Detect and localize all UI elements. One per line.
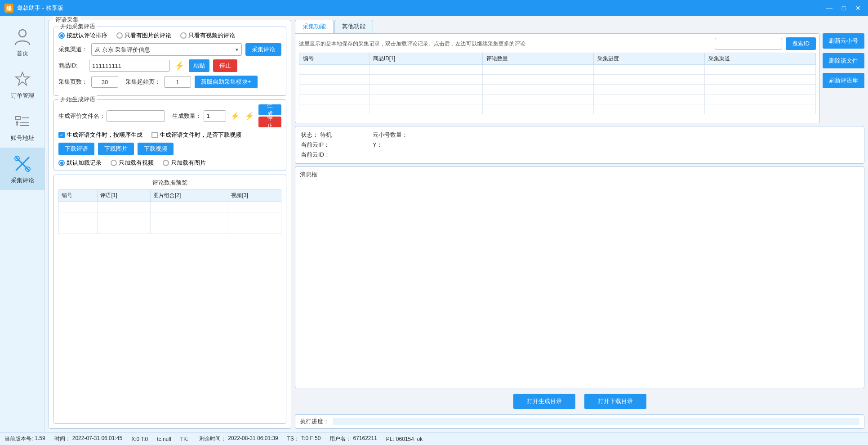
radio-image-circle <box>116 32 123 39</box>
preview-section: 评论数据预览 编号 评语[1] 图片组合[2] 视频[3] <box>53 175 286 424</box>
radio-video-sort[interactable]: 只看有视频的评论 <box>180 31 235 40</box>
start-page-label: 采集起始页： <box>125 78 160 86</box>
open-download-btn[interactable]: 打开下载目录 <box>584 394 646 409</box>
stop-collect-btn[interactable]: 停止 <box>213 59 237 72</box>
progress-label: 执行进度： <box>300 418 329 426</box>
radio-load-default[interactable]: 默认加载记录 <box>58 159 102 167</box>
sidebar-item-home[interactable]: 首页 <box>0 21 45 63</box>
tab-other[interactable]: 其他功能 <box>334 20 373 33</box>
search-id-btn[interactable]: 搜索ID <box>786 37 816 50</box>
col-video: 视频[3] <box>228 190 281 202</box>
radio-image-sort[interactable]: 只看有图片的评论 <box>116 31 171 40</box>
progress-bar-track <box>333 418 859 425</box>
stop-generate-btn[interactable]: 停止 <box>258 117 281 127</box>
close-button[interactable]: ✕ <box>853 3 864 13</box>
maximize-button[interactable]: □ <box>838 3 849 13</box>
product-id-input[interactable] <box>89 60 170 72</box>
person-icon <box>12 26 33 48</box>
paste-btn[interactable]: 粘贴 <box>189 59 209 72</box>
checkbox-order <box>58 132 65 138</box>
sidebar-item-account[interactable]: 账号地址 <box>0 105 45 148</box>
user-label: 用户名： <box>329 435 351 443</box>
delete-file-btn[interactable]: 删除该文件 <box>823 53 864 68</box>
table-row <box>299 75 816 85</box>
sidebar-item-order[interactable]: 订单管理 <box>0 63 45 105</box>
pages-input[interactable] <box>91 76 118 88</box>
left-panel: 评语采集 开始采集评语 按默认评论排序 只看有图片的评论 <box>49 20 291 429</box>
status-ip: 当前云IP： <box>301 141 373 149</box>
remaining-value: 2022-08-31 06:01:39 <box>228 435 278 443</box>
remaining-label: 剩余时间： <box>199 435 226 443</box>
right-table: 编号 商品ID[1] 评论数量 采集进度 采集渠道 <box>299 53 816 114</box>
svg-marker-6 <box>16 121 18 126</box>
download-comment-btn[interactable]: 下载评语 <box>58 143 94 155</box>
col-progress: 采集进度 <box>593 53 704 65</box>
version-item: 当前版本号: 1.59 <box>4 435 45 443</box>
generate-group: 开始生成评语 生成评价文件名： 生成数量： ⚡ ⚡ 生成 停止 <box>53 99 286 171</box>
pl-label: PL: <box>386 436 394 442</box>
ts-item: TS： T:0 F:50 <box>287 435 321 443</box>
sidebar-label-account: 账号地址 <box>11 134 34 142</box>
filename-label: 生成评价文件名： <box>58 112 103 120</box>
download-video-btn[interactable]: 下载视频 <box>138 143 174 155</box>
new-module-btn[interactable]: 新版自助采集模块+ <box>195 76 258 88</box>
xy-value: X:0 T:0 <box>131 436 148 442</box>
table-row <box>59 212 281 223</box>
sort-radio-group: 按默认评论排序 只看有图片的评论 只看有视频的评论 <box>58 31 281 40</box>
refresh-library-btn[interactable]: 刷新评语库 <box>823 73 864 88</box>
count-input[interactable] <box>204 110 226 122</box>
gen-form-row: 生成评价文件名： 生成数量： ⚡ ⚡ 生成 停止 <box>58 104 281 127</box>
collect-btn[interactable]: 采集评论 <box>245 43 281 56</box>
col-number: 编号 <box>59 190 98 202</box>
radio-load-image[interactable]: 只加载有图片 <box>163 159 206 167</box>
xy-item: X:0 T:0 <box>131 436 148 442</box>
window-controls: — □ ✕ <box>824 3 864 13</box>
refresh-cloud-btn[interactable]: 刷新云小号 <box>823 33 864 49</box>
svg-text:爆: 爆 <box>6 5 12 12</box>
ip-label: 当前云IP： <box>301 141 329 148</box>
content-area: 评语采集 开始采集评语 按默认评论排序 只看有图片的评论 <box>45 16 868 432</box>
search-input[interactable] <box>715 38 782 49</box>
list-icon <box>12 111 33 132</box>
col-no: 编号 <box>299 53 369 65</box>
open-generate-btn[interactable]: 打开生成目录 <box>513 394 575 409</box>
svg-point-2 <box>19 30 26 37</box>
status-section: 状态： 待机 云小号数量： 当前云IP： Y： <box>295 126 864 164</box>
checkbox-order-item[interactable]: 生成评语文件时，按顺序生成 <box>58 131 142 139</box>
preview-title: 评论数据预览 <box>58 179 281 187</box>
status-row-2: 当前云IP： Y： <box>301 141 859 149</box>
y-label: Y： <box>373 141 383 148</box>
pages-row: 采集页数： 采集起始页： 新版自助采集模块+ <box>58 76 281 88</box>
status-state: 状态： 待机 <box>301 131 373 139</box>
message-section: 消息框 <box>295 166 864 388</box>
radio-load-default-circle <box>58 160 65 166</box>
radio-load-video[interactable]: 只加载有视频 <box>111 159 154 167</box>
col-product-id: 商品ID[1] <box>369 53 482 65</box>
radio-default-sort[interactable]: 按默认评论排序 <box>58 31 107 40</box>
start-page-input[interactable] <box>164 76 191 88</box>
version-value: 1.59 <box>35 435 45 443</box>
channel-select[interactable]: 从 京东 采集评价信息 从 淘宝 采集评价信息 <box>91 43 242 56</box>
tc-item: tc.null <box>157 436 171 442</box>
table-row <box>299 65 816 75</box>
tab-content: 这里显示的是本地保存的采集记录，双击加载评论记录。点击后，左边可以继续采集更多的… <box>295 33 820 123</box>
checkbox-row: 生成评语文件时，按顺序生成 生成评语文件时，是否下载视频 <box>58 131 281 139</box>
radio-load-video-circle <box>111 160 117 166</box>
checkbox-video-item[interactable]: 生成评语文件时，是否下载视频 <box>151 131 241 139</box>
lightning-icon-2: ⚡ <box>231 112 240 120</box>
collect-group: 开始采集评语 按默认评论排序 只看有图片的评论 只 <box>53 27 286 96</box>
sidebar-item-collect[interactable]: 采集评论 <box>0 148 45 190</box>
table-row <box>299 94 816 104</box>
remaining-item: 剩余时间： 2022-08-31 06:01:39 <box>199 435 278 443</box>
tab-collect[interactable]: 采集功能 <box>295 20 334 33</box>
collect-icon <box>12 153 33 175</box>
download-image-btn[interactable]: 下载图片 <box>98 143 134 155</box>
radio-default-circle <box>58 32 65 39</box>
radio-load-default-label: 默认加载记录 <box>67 159 102 167</box>
filename-input[interactable] <box>107 110 165 122</box>
preview-header-row: 编号 评语[1] 图片组合[2] 视频[3] <box>59 190 281 202</box>
time-item: 时间： 2022-07-31 06:01:45 <box>54 435 122 443</box>
state-label: 状态： <box>301 131 318 138</box>
time-value: 2022-07-31 06:01:45 <box>72 435 122 443</box>
minimize-button[interactable]: — <box>824 3 835 13</box>
